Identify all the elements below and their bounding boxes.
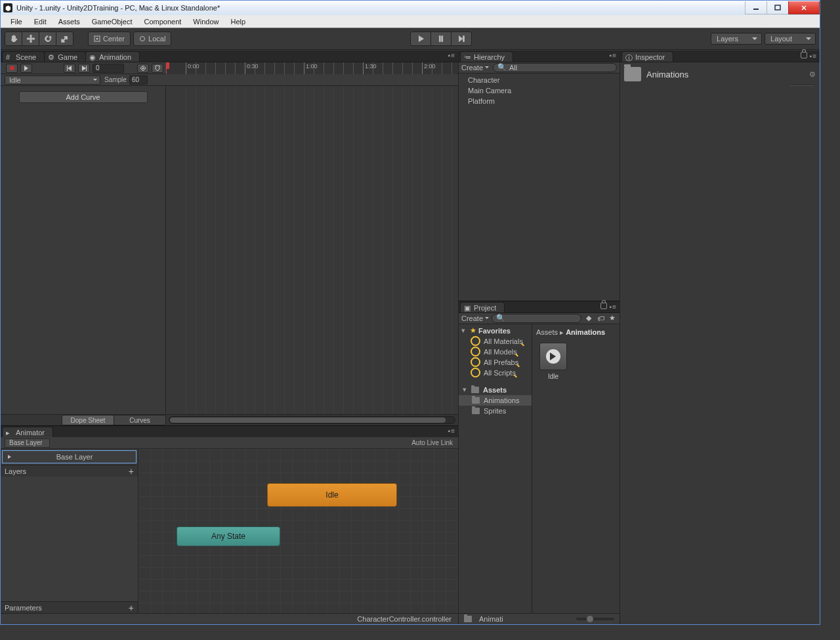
assets-folder[interactable]: ▾Assets	[459, 385, 532, 395]
tab-context-menu-button[interactable]: ▪≡	[448, 427, 455, 435]
menu-edit[interactable]: Edit	[28, 16, 52, 27]
animator-layer-row[interactable]: Base Layer	[2, 450, 136, 463]
layout-dropdown[interactable]: Layout	[765, 33, 816, 45]
anim-prev-key-button[interactable]	[64, 64, 75, 73]
tool-scale-button[interactable]	[56, 32, 74, 46]
favorites-header[interactable]: ▾★Favorites	[459, 326, 532, 336]
tab-animator[interactable]: ▸Animator	[2, 427, 53, 437]
step-button[interactable]	[451, 32, 472, 46]
menu-help[interactable]: Help	[224, 16, 251, 27]
window-titlebar[interactable]: ⬢ Unity - 1.unity - Unity2DTraining - PC…	[1, 1, 820, 15]
hierarchy-icon: ≔	[464, 53, 471, 60]
folder-animations[interactable]: Animations	[459, 395, 532, 406]
animation-playhead[interactable]	[166, 62, 167, 74]
anim-frame-field[interactable]: 0	[93, 64, 124, 73]
window-maximize-button[interactable]	[766, 1, 789, 14]
menu-component[interactable]: Component	[138, 16, 187, 27]
add-layer-button[interactable]: +	[129, 466, 134, 477]
curves-tab[interactable]: Curves	[114, 415, 166, 425]
save-search-button[interactable]: ★	[608, 314, 617, 323]
tab-context-menu-button[interactable]: ▪≡	[610, 52, 617, 59]
animation-h-scrollbar[interactable]	[166, 416, 458, 425]
favorite-all-models[interactable]: All Models	[459, 347, 532, 357]
hierarchy-search-input[interactable]: 🔍 All	[493, 63, 617, 72]
sample-field[interactable]: 60	[129, 75, 148, 85]
hierarchy-item-platform[interactable]: Platform	[459, 96, 620, 106]
search-icon: 🔍	[497, 63, 507, 72]
animator-state-idle[interactable]: Idle	[267, 483, 397, 507]
anim-play-button[interactable]	[20, 64, 32, 73]
add-curve-button[interactable]: Add Curve	[19, 91, 148, 103]
folder-icon	[471, 387, 479, 393]
inspector-settings-button[interactable]: ⚙	[809, 70, 816, 79]
tab-project[interactable]: ▣Project	[460, 302, 505, 312]
folder-icon	[464, 616, 472, 622]
hierarchy-item-main-camera[interactable]: Main Camera	[459, 85, 620, 96]
menu-assets[interactable]: Assets	[52, 16, 86, 27]
folder-sprites[interactable]: Sprites	[459, 406, 532, 416]
inspector-icon: ⓘ	[625, 53, 633, 60]
tool-hand-button[interactable]	[5, 32, 22, 46]
window-close-button[interactable]	[788, 1, 820, 14]
lock-icon[interactable]	[600, 303, 607, 309]
layers-dropdown[interactable]: Layers	[711, 33, 762, 45]
tool-move-button[interactable]	[22, 32, 39, 46]
project-search-input[interactable]: 🔍	[492, 314, 581, 323]
tab-context-menu-button[interactable]: ▪≡	[448, 52, 455, 59]
folder-icon	[624, 67, 641, 81]
anim-next-key-button[interactable]	[78, 64, 90, 73]
tab-game[interactable]: ⚙Game	[44, 51, 86, 62]
project-create-dropdown[interactable]: Create	[461, 314, 489, 322]
pause-button[interactable]	[430, 32, 452, 46]
svg-point-2	[96, 38, 98, 40]
favorite-all-materials[interactable]: All Materials	[459, 336, 532, 347]
menu-gameobject[interactable]: GameObject	[86, 16, 138, 27]
project-icon: ▣	[464, 304, 471, 311]
tab-scene[interactable]: #Scene	[2, 51, 45, 62]
search-by-type-button[interactable]: ◆	[584, 314, 593, 323]
anim-record-button[interactable]	[6, 64, 18, 73]
auto-live-link-toggle[interactable]: Auto Live Link	[411, 439, 453, 446]
tab-inspector[interactable]: ⓘInspector	[621, 51, 673, 62]
unity-app-icon: ⬢	[3, 3, 12, 12]
inspector-open-button[interactable]: Open	[788, 85, 816, 86]
pivot-space-toggle[interactable]: Local	[133, 32, 171, 46]
animation-timeline-ruler[interactable]: 0:000:301:001:302:00	[166, 62, 458, 74]
search-by-label-button[interactable]: 🏷	[596, 314, 605, 323]
tab-context-menu-button[interactable]: ▪≡	[801, 52, 817, 60]
tab-animation[interactable]: ◉Animation	[85, 51, 140, 62]
svg-rect-0	[775, 5, 780, 10]
lock-icon[interactable]	[801, 52, 807, 58]
animator-state-any[interactable]: Any State	[177, 526, 280, 546]
parameters-header: Parameters	[5, 604, 42, 612]
anim-add-key-button[interactable]	[137, 64, 149, 73]
favorite-all-scripts[interactable]: All Scripts	[459, 368, 532, 378]
hierarchy-item-character[interactable]: Character	[459, 75, 620, 85]
animator-graph-area[interactable]: Idle Any State	[138, 449, 458, 613]
main-toolbar: Center Local Layers Layout	[1, 28, 820, 50]
hierarchy-create-dropdown[interactable]: Create	[461, 64, 489, 72]
play-button[interactable]	[410, 32, 431, 46]
menu-window[interactable]: Window	[187, 16, 224, 27]
animation-dopesheet-area[interactable]	[166, 86, 458, 414]
project-breadcrumb[interactable]: Assets ▸ Animations	[536, 328, 616, 337]
scene-view-tabs: #Scene ⚙Game ◉Animation ▪≡	[1, 51, 458, 62]
tab-context-menu-button[interactable]: ▪≡	[600, 303, 617, 310]
breadcrumb-base-layer[interactable]: Base Layer	[5, 438, 50, 448]
project-thumbnail-size-slider[interactable]	[576, 618, 614, 620]
add-parameter-button[interactable]: +	[129, 603, 134, 613]
dopesheet-tab[interactable]: Dope Sheet	[62, 415, 114, 425]
favorite-all-prefabs[interactable]: All Prefabs	[459, 357, 532, 368]
menu-file[interactable]: File	[5, 16, 28, 27]
window-title: Unity - 1.unity - Unity2DTraining - PC, …	[16, 4, 746, 12]
scene-icon: #	[6, 53, 13, 60]
anim-add-event-button[interactable]	[152, 64, 163, 73]
pivot-mode-toggle[interactable]: Center	[88, 32, 131, 46]
animation-clip-dropdown[interactable]: Idle	[5, 75, 100, 85]
tab-hierarchy[interactable]: ≔Hierarchy	[460, 51, 513, 62]
svg-point-3	[140, 37, 145, 41]
window-minimize-button[interactable]	[745, 1, 767, 14]
tool-rotate-button[interactable]	[39, 32, 56, 46]
asset-idle-animation[interactable]: Idle	[536, 343, 570, 380]
animation-clip-icon	[539, 343, 567, 370]
